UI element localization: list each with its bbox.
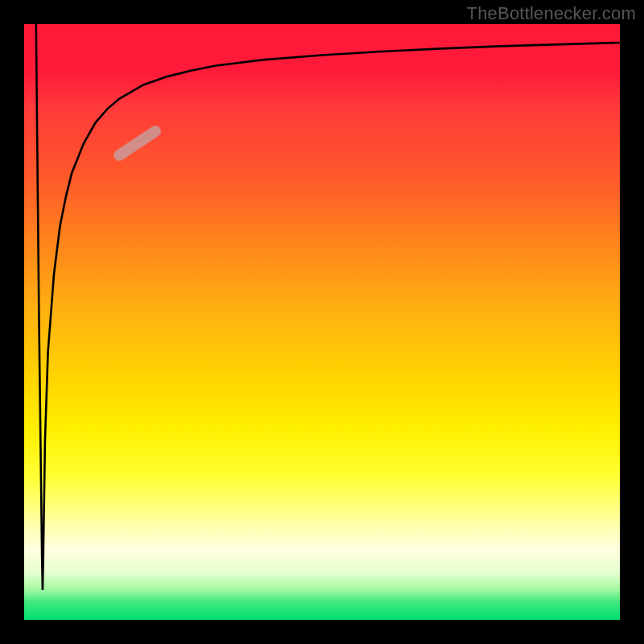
curve-marker [119, 131, 155, 155]
chart-frame: TheBottlenecker.com [0, 0, 644, 644]
attribution-label: TheBottlenecker.com [467, 3, 636, 24]
plot-area [24, 24, 620, 620]
curve-layer [24, 24, 620, 620]
bottleneck-curve [36, 24, 620, 590]
